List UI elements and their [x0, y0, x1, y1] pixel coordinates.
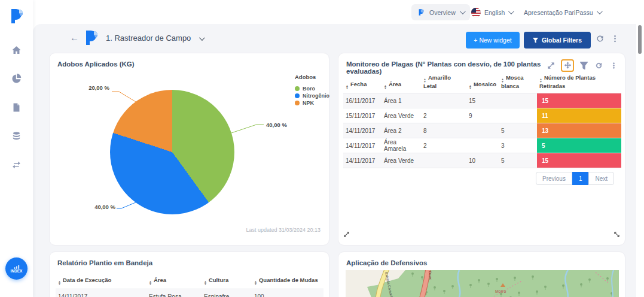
- dashboard-logo[interactable]: [83, 29, 100, 47]
- table-cell: Área 1: [381, 93, 421, 108]
- table-row: 14/11/2017Área Verde10515: [343, 153, 621, 168]
- resize-handle-bottom-left[interactable]: [343, 229, 350, 240]
- legend-item[interactable]: Boro: [295, 86, 329, 92]
- sidebar-item-documents[interactable]: [10, 101, 23, 114]
- column-header[interactable]: ▲▼Mosca blanca: [499, 72, 537, 93]
- table-cell: 5: [499, 123, 537, 138]
- table-cell: 14/11/2017: [343, 153, 381, 168]
- map-road-vertical-label: Daux: [428, 271, 432, 280]
- filter-widget-button[interactable]: [579, 60, 589, 71]
- new-widget-button[interactable]: + New widget: [466, 32, 520, 49]
- refresh-widget-button[interactable]: [594, 60, 604, 71]
- table-row: 16/11/2017Área 11515: [343, 93, 621, 108]
- app-root: INDEX Overview English Apresentação Pari…: [0, 0, 644, 297]
- paripassu-logo-icon: [8, 7, 26, 25]
- page-title-label: 1. Rastreador de Campo: [106, 34, 191, 43]
- map-canvas: Estrada Camacho Daux Morro: [346, 270, 619, 297]
- map[interactable]: Estrada Camacho Daux Morro: [346, 270, 619, 297]
- refresh-icon: [596, 34, 605, 43]
- language-selector[interactable]: English: [471, 4, 512, 20]
- filter-icon: [533, 38, 538, 43]
- paripassu-logo[interactable]: [8, 7, 26, 25]
- legend-color-dot: [295, 86, 300, 91]
- pagination-previous-button[interactable]: Previous: [536, 172, 572, 185]
- sidebar-item-database[interactable]: [10, 129, 23, 143]
- column-header[interactable]: ▲▼Cultura: [202, 275, 252, 289]
- chevron-down-icon: [199, 35, 205, 41]
- scrollbar: [636, 0, 644, 297]
- column-header[interactable]: ▲▼Quantidade de Mudas: [252, 275, 323, 289]
- dashboard-selector-label: Overview: [429, 9, 456, 16]
- expand-widget-button[interactable]: [546, 60, 556, 71]
- expand-icon: [547, 62, 555, 69]
- map-peak-label: Morro: [495, 289, 506, 293]
- table-cell: Área 2: [381, 123, 421, 138]
- move-widget-button[interactable]: [561, 59, 574, 72]
- pie-label-boro: 40,00 %: [266, 122, 309, 128]
- widget-defensivos: Aplicação de Defensivos: [338, 251, 625, 297]
- table-cell: Área Verde: [381, 153, 421, 168]
- monitoreo-table: ▲▼Fecha▲▼Área▲▼Amarillo Letal▲▼Mosaico▲▼…: [343, 72, 621, 168]
- table-row: 15/11/2017Área Verde2911: [343, 108, 621, 123]
- refresh-dashboard-button[interactable]: [596, 34, 605, 46]
- column-header[interactable]: ▲▼Data de Execução: [56, 275, 146, 289]
- sidebar-nav: [0, 43, 33, 171]
- table-row: 14/11/2017Área 28513: [343, 123, 621, 138]
- pagination-next-button[interactable]: Next: [588, 172, 614, 185]
- paripassu-mini-logo-icon: [417, 8, 425, 16]
- legend-item[interactable]: NPK: [295, 100, 329, 106]
- dashboard-menu-button[interactable]: [611, 34, 619, 46]
- column-header[interactable]: ▲▼Fecha: [343, 72, 381, 93]
- legend-color-dot: [295, 93, 300, 98]
- sort-icon: ▲▼: [469, 84, 472, 89]
- widget-title: Relatório Plantio em Bandeja: [57, 259, 152, 266]
- scrollbar-thumb[interactable]: [638, 25, 642, 54]
- move-icon: [564, 62, 572, 69]
- table-cell: 14/11/2017: [56, 289, 146, 297]
- plants-removed-badge: 15: [537, 93, 621, 108]
- legend-color-dot: [295, 101, 300, 105]
- column-header[interactable]: ▲▼Número de Plantas Retiradas: [537, 72, 621, 93]
- table-cell: 15/11/2017: [343, 108, 381, 123]
- sort-icon: ▲▼: [423, 78, 426, 83]
- table-cell: Área Amarela: [381, 138, 421, 153]
- kebab-menu-icon: [611, 34, 619, 43]
- page-title[interactable]: 1. Rastreador de Campo: [106, 34, 203, 43]
- column-header[interactable]: ▲▼Mosaico: [466, 72, 499, 93]
- topbar: Overview English Apresentação PariPassu: [33, 0, 636, 24]
- sidebar-item-transfers[interactable]: [10, 158, 23, 171]
- chevron-down-icon: [460, 8, 466, 14]
- back-button[interactable]: ←: [70, 33, 79, 42]
- pagination-page-1-button[interactable]: 1: [572, 172, 589, 185]
- sort-icon: ▲▼: [539, 78, 542, 83]
- table-cell: [499, 108, 537, 123]
- table-cell: 8: [421, 123, 466, 138]
- sidebar-item-dashboards[interactable]: [10, 72, 23, 85]
- dashboard-selector[interactable]: Overview: [411, 4, 470, 20]
- sort-icon: ▲▼: [501, 78, 504, 83]
- pie-chart-area: 20,00 % 40,00 % 40,00 %: [50, 53, 330, 246]
- column-header[interactable]: ▲▼Amarillo Letal: [421, 72, 466, 93]
- database-icon: [11, 131, 22, 141]
- table-cell: [421, 93, 466, 108]
- global-filters-button[interactable]: Global Filters: [524, 32, 591, 49]
- widget-monitoreo: Monitoreo de Plagas (N° Plantas con desv…: [338, 53, 625, 246]
- chevron-down-icon: [508, 8, 514, 14]
- plantio-table: ▲▼Data de Execução▲▼Área▲▼Cultura▲▼Quant…: [56, 275, 323, 297]
- table-cell: [421, 153, 466, 168]
- filter-icon: [580, 62, 588, 69]
- index-button[interactable]: INDEX: [5, 257, 28, 280]
- legend-item[interactable]: Nitrogênio: [295, 93, 329, 99]
- column-header[interactable]: ▲▼Área: [381, 72, 421, 93]
- pie-chart[interactable]: [110, 90, 234, 214]
- sidebar-item-home[interactable]: [10, 43, 23, 56]
- home-icon: [11, 45, 22, 55]
- column-header[interactable]: ▲▼Área: [146, 275, 202, 289]
- table-cell: 15: [466, 93, 499, 108]
- pagination: Previous 1 Next: [536, 172, 614, 185]
- table-cell: [466, 138, 499, 153]
- widget-menu-button[interactable]: [609, 60, 619, 71]
- table-cell: 2: [421, 138, 466, 153]
- user-menu[interactable]: Apresentação PariPassu: [524, 4, 601, 20]
- resize-handle-bottom-right[interactable]: [614, 229, 620, 240]
